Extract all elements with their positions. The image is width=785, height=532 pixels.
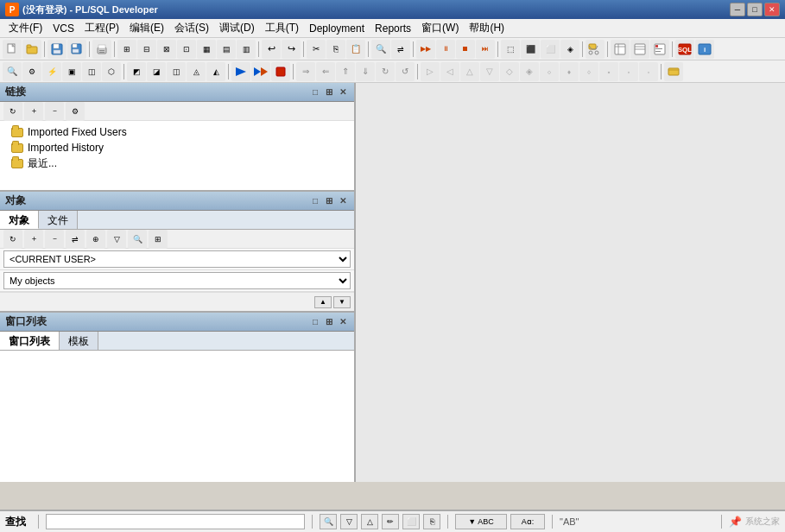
menu-file[interactable]: 文件(F) bbox=[3, 19, 47, 37]
debug-icon-9[interactable]: △ bbox=[460, 62, 479, 81]
debug-icon-11[interactable]: ◇ bbox=[500, 62, 519, 81]
report-icon-3[interactable] bbox=[650, 40, 669, 59]
current-user-select[interactable]: <CURRENT USER> bbox=[3, 250, 351, 268]
tb-icon-2[interactable]: ⊟ bbox=[137, 40, 156, 59]
status-pin-icon[interactable]: 📌 bbox=[729, 516, 742, 528]
print-button[interactable] bbox=[92, 40, 111, 59]
debug-icon-3[interactable]: ⇑ bbox=[336, 62, 355, 81]
winlist-dock-button[interactable]: ⊞ bbox=[323, 316, 335, 328]
tb-icon-3[interactable]: ⊠ bbox=[157, 40, 176, 59]
menu-window[interactable]: 窗口(W) bbox=[416, 19, 464, 37]
find-button[interactable]: 🔍 bbox=[371, 40, 390, 59]
menu-reports[interactable]: Reports bbox=[370, 21, 416, 36]
tree-item-recent[interactable]: 最近... bbox=[3, 155, 351, 171]
tb-extra-1[interactable]: ⬚ bbox=[501, 40, 520, 59]
panel-close-button[interactable]: ✕ bbox=[337, 86, 349, 98]
tb2-icon-4[interactable]: ◫ bbox=[82, 62, 101, 81]
status-icon-5[interactable]: ⬜ bbox=[402, 514, 420, 529]
menu-session[interactable]: 会话(S) bbox=[169, 19, 214, 37]
open-button[interactable] bbox=[22, 40, 41, 59]
debug-icon-8[interactable]: ◁ bbox=[440, 62, 459, 81]
debug-icon-1[interactable]: ⇒ bbox=[296, 62, 315, 81]
debug-icon-10[interactable]: ▽ bbox=[480, 62, 499, 81]
status-prev-button[interactable]: ▽ bbox=[340, 514, 358, 529]
status-search-button[interactable]: 🔍 bbox=[320, 514, 337, 529]
winlist-pin-button[interactable]: □ bbox=[309, 316, 321, 328]
debug-icon-16[interactable]: ⬩ bbox=[599, 62, 618, 81]
tb2-icon-9[interactable]: ◬ bbox=[187, 62, 206, 81]
debug-icon-13[interactable]: ⬦ bbox=[540, 62, 559, 81]
db-cart-icon[interactable] bbox=[586, 40, 605, 59]
debug-icon-2[interactable]: ⇐ bbox=[316, 62, 335, 81]
winlist-close-button[interactable]: ✕ bbox=[337, 316, 349, 328]
last-toolbar-icon[interactable] bbox=[664, 62, 683, 81]
tree-item-imported-history[interactable]: Imported History bbox=[3, 140, 351, 155]
tb-icon-7[interactable]: ▥ bbox=[237, 40, 256, 59]
copy-button[interactable]: ⎘ bbox=[326, 40, 345, 59]
debug-icon-12[interactable]: ◈ bbox=[520, 62, 539, 81]
tb-icon-5[interactable]: ▦ bbox=[197, 40, 216, 59]
status-edit-button[interactable]: ✏ bbox=[382, 514, 399, 529]
undo-button[interactable]: ↩ bbox=[262, 40, 281, 59]
menu-vcs[interactable]: VCS bbox=[47, 21, 79, 36]
paste-button[interactable]: 📋 bbox=[346, 40, 365, 59]
tab-objects[interactable]: 对象 bbox=[0, 211, 39, 229]
conn-remove-button[interactable]: － bbox=[45, 102, 64, 121]
tb2-icon-8[interactable]: ◫ bbox=[167, 62, 186, 81]
tb-run-3[interactable]: ⏹ bbox=[456, 40, 475, 59]
tb-icon-6[interactable]: ▤ bbox=[217, 40, 236, 59]
obj-connect-button[interactable]: ⇌ bbox=[66, 230, 85, 249]
tb2-icon-7[interactable]: ◪ bbox=[147, 62, 166, 81]
tree-item-imported-fixed[interactable]: Imported Fixed Users bbox=[3, 124, 351, 140]
replace-button[interactable]: ⇌ bbox=[391, 40, 410, 59]
tab-files[interactable]: 文件 bbox=[39, 211, 78, 229]
obj-dock-button[interactable]: ⊞ bbox=[323, 195, 335, 207]
obj-filter-button[interactable]: ▽ bbox=[107, 230, 126, 249]
red-icon-2[interactable]: i bbox=[695, 40, 714, 59]
menu-deployment[interactable]: Deployment bbox=[304, 21, 370, 36]
new-file-button[interactable] bbox=[3, 40, 22, 59]
status-dropdown-btn[interactable]: ▼ ABC bbox=[455, 514, 507, 529]
menu-project[interactable]: 工程(P) bbox=[79, 19, 124, 37]
red-icon-1[interactable]: SQL bbox=[675, 40, 694, 59]
tb-extra-2[interactable]: ⬛ bbox=[521, 40, 540, 59]
obj-search-button[interactable]: 🔍 bbox=[128, 230, 147, 249]
obj-type-button[interactable]: ⊕ bbox=[86, 230, 105, 249]
obj-scroll-up[interactable]: ▲ bbox=[314, 296, 332, 308]
redo-button[interactable]: ↪ bbox=[282, 40, 301, 59]
obj-refresh-button[interactable]: ↻ bbox=[3, 230, 22, 249]
debug-icon-6[interactable]: ↺ bbox=[396, 62, 415, 81]
conn-settings-button[interactable]: ⚙ bbox=[66, 102, 85, 121]
obj-pin-button[interactable]: □ bbox=[309, 195, 321, 207]
my-objects-select[interactable]: My objects bbox=[3, 272, 351, 289]
tb-run-2[interactable]: ⏸ bbox=[436, 40, 455, 59]
tb-run-1[interactable]: ▶▶ bbox=[416, 40, 435, 59]
tb-run-4[interactable]: ⏭ bbox=[476, 40, 495, 59]
tb2-icon-6[interactable]: ◩ bbox=[127, 62, 146, 81]
tb-icon-1[interactable]: ⊞ bbox=[117, 40, 136, 59]
debug-icon-4[interactable]: ⇓ bbox=[356, 62, 375, 81]
tb-icon-4[interactable]: ⊡ bbox=[177, 40, 196, 59]
menu-debug[interactable]: 调试(D) bbox=[214, 19, 260, 37]
tb2-icon-2[interactable]: ⚡ bbox=[42, 62, 61, 81]
report-icon-1[interactable] bbox=[611, 40, 630, 59]
search-small-button[interactable]: 🔍 bbox=[3, 62, 22, 81]
maximize-button[interactable]: □ bbox=[747, 3, 763, 16]
nav-arrow-right-1[interactable] bbox=[231, 62, 250, 81]
status-match-btn[interactable]: Aɑ: bbox=[510, 514, 545, 529]
save-all-button[interactable] bbox=[67, 40, 86, 59]
obj-add-button[interactable]: ＋ bbox=[24, 230, 43, 249]
conn-refresh-button[interactable]: ↻ bbox=[3, 102, 22, 121]
nav-stop-button[interactable] bbox=[271, 62, 290, 81]
conn-add-button[interactable]: ＋ bbox=[24, 102, 43, 121]
debug-icon-5[interactable]: ↻ bbox=[376, 62, 395, 81]
menu-help[interactable]: 帮助(H) bbox=[464, 19, 510, 37]
cut-button[interactable]: ✂ bbox=[307, 40, 326, 59]
obj-scroll-down[interactable]: ▼ bbox=[333, 296, 351, 308]
tb-extra-3[interactable]: ⬜ bbox=[541, 40, 560, 59]
debug-icon-18[interactable]: ⬫ bbox=[639, 62, 658, 81]
menu-tools[interactable]: 工具(T) bbox=[260, 19, 304, 37]
panel-dock-button[interactable]: ⊞ bbox=[323, 86, 335, 98]
tb2-icon-10[interactable]: ◭ bbox=[206, 62, 225, 81]
tb2-icon-5[interactable]: ⬡ bbox=[102, 62, 121, 81]
